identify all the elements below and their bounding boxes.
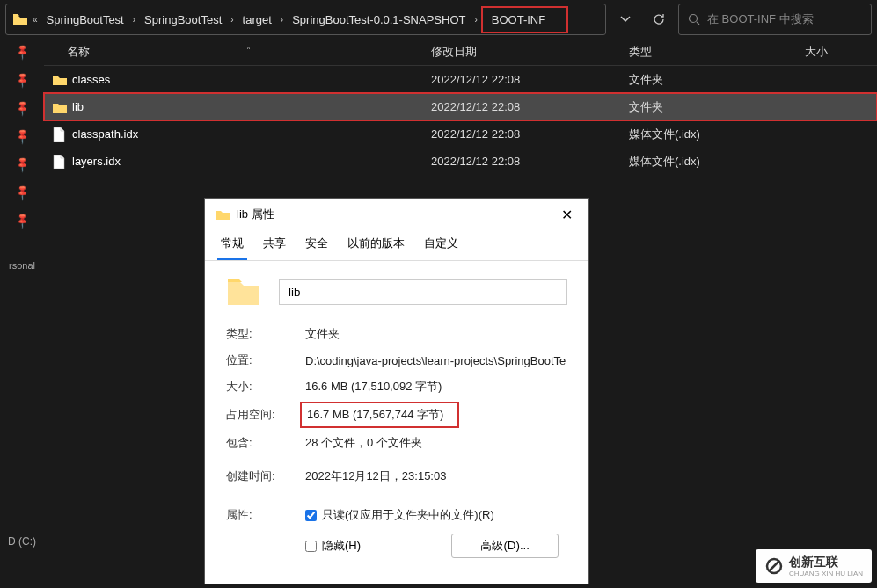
logo-icon: [764, 556, 784, 576]
folder-icon: [13, 14, 27, 25]
chevron-right-icon: ›: [229, 15, 235, 25]
column-header-type[interactable]: 类型: [629, 44, 805, 60]
value-contains: 28 个文件，0 个文件夹: [305, 435, 567, 451]
file-date: 2022/12/12 22:08: [431, 127, 629, 141]
label-disk-size: 占用空间:: [226, 407, 305, 423]
file-type: 媒体文件(.idx): [629, 127, 805, 142]
breadcrumb-item-1[interactable]: SpringBootTest: [141, 11, 225, 28]
svg-point-0: [690, 15, 698, 23]
folder-icon: [53, 75, 72, 85]
properties-dialog: lib 属性 ✕ 常规 共享 安全 以前的版本 自定义 类型:文件夹 位置:D:…: [204, 198, 589, 584]
pin-icon[interactable]: 📌: [13, 184, 32, 202]
file-date: 2022/12/12 22:08: [431, 100, 629, 113]
column-header-size[interactable]: 大小: [805, 44, 877, 60]
tab-previous[interactable]: 以前的版本: [344, 232, 408, 260]
label-location: 位置:: [226, 352, 305, 368]
pin-icon[interactable]: 📌: [13, 212, 32, 230]
watermark-sub: CHUANG XIN HU LIAN: [789, 570, 863, 577]
file-name: classes: [72, 73, 431, 86]
refresh-button[interactable]: [645, 5, 673, 33]
folder-icon: [53, 102, 72, 113]
breadcrumb-ellipsis[interactable]: «: [31, 15, 40, 25]
search-input[interactable]: 在 BOOT-INF 中搜索: [678, 4, 872, 35]
label-size: 大小:: [226, 379, 305, 395]
pin-icon[interactable]: 📌: [13, 71, 32, 90]
search-placeholder: 在 BOOT-INF 中搜索: [707, 11, 814, 27]
file-name: layers.idx: [72, 155, 431, 168]
file-row[interactable]: classes2022/12/12 22:08文件夹: [44, 66, 877, 93]
breadcrumb-item-0[interactable]: SpringBootTest: [43, 11, 128, 28]
chevron-right-icon: ›: [131, 15, 137, 25]
breadcrumb-item-3[interactable]: SpringBootTest-0.0.1-SNAPSHOT: [289, 11, 469, 28]
file-name: lib: [72, 100, 431, 113]
file-type: 文件夹: [629, 72, 805, 88]
folder-name-input[interactable]: [279, 279, 567, 305]
navigation-rail: 📌 📌 📌 📌 📌 📌 📌 rsonal D (C:): [0, 39, 44, 583]
hidden-label: 隐藏(H): [322, 538, 361, 554]
pin-icon[interactable]: 📌: [13, 99, 32, 118]
value-type: 文件夹: [305, 326, 567, 342]
advanced-button[interactable]: 高级(D)...: [451, 534, 559, 558]
svg-line-3: [769, 561, 779, 571]
history-dropdown-button[interactable]: [611, 5, 639, 33]
label-contains: 包含:: [226, 435, 305, 451]
label-type: 类型:: [226, 326, 305, 342]
pin-icon[interactable]: 📌: [13, 156, 32, 174]
label-attributes: 属性:: [226, 507, 305, 523]
dialog-titlebar[interactable]: lib 属性 ✕: [205, 199, 588, 230]
svg-line-1: [697, 22, 699, 25]
search-icon: [688, 13, 700, 25]
pin-icon[interactable]: 📌: [13, 43, 32, 62]
tab-security[interactable]: 安全: [302, 232, 332, 260]
watermark-text: 创新互联: [789, 555, 838, 569]
folder-large-icon: [226, 277, 261, 307]
value-disk-size: 16.7 MB (17,567,744 字节): [305, 405, 567, 425]
breadcrumb-item-4[interactable]: BOOT-INF: [481, 6, 568, 33]
pin-icon[interactable]: 📌: [13, 127, 32, 146]
toolbar: « SpringBootTest › SpringBootTest › targ…: [0, 0, 877, 39]
sidebar-personal[interactable]: rsonal: [9, 260, 35, 271]
dialog-body: 类型:文件夹 位置:D:\coding\java-projects\learn-…: [205, 261, 588, 581]
file-icon: [53, 155, 72, 169]
tab-general[interactable]: 常规: [217, 232, 247, 260]
tab-custom[interactable]: 自定义: [420, 232, 462, 260]
readonly-label: 只读(仅应用于文件夹中的文件)(R): [322, 507, 494, 523]
value-location: D:\coding\java-projects\learn-projects\S…: [305, 354, 567, 367]
address-bar[interactable]: « SpringBootTest › SpringBootTest › targ…: [5, 4, 606, 35]
dialog-title-text: lib 属性: [237, 207, 274, 222]
file-icon: [53, 127, 72, 142]
file-date: 2022/12/12 22:08: [431, 155, 629, 168]
folder-icon: [216, 209, 230, 220]
file-row[interactable]: layers.idx2022/12/12 22:08媒体文件(.idx): [44, 148, 877, 175]
close-button[interactable]: ✕: [552, 203, 581, 227]
value-size: 16.6 MB (17,510,092 字节): [305, 379, 567, 395]
file-row[interactable]: classpath.idx2022/12/12 22:08媒体文件(.idx): [44, 120, 877, 148]
file-type: 媒体文件(.idx): [629, 154, 805, 170]
readonly-checkbox[interactable]: [305, 510, 317, 521]
sidebar-drive[interactable]: D (C:): [8, 535, 36, 548]
breadcrumb-item-2[interactable]: target: [239, 11, 275, 28]
file-name: classpath.idx: [72, 127, 431, 141]
dialog-tabs: 常规 共享 安全 以前的版本 自定义: [205, 230, 588, 261]
column-headers: 名称 修改日期 类型 大小: [44, 39, 877, 66]
chevron-right-icon: ›: [472, 15, 479, 25]
file-row[interactable]: lib2022/12/12 22:08文件夹: [44, 93, 877, 120]
tab-share[interactable]: 共享: [259, 232, 289, 260]
column-header-modified[interactable]: 修改日期: [431, 44, 629, 60]
watermark: 创新互联 CHUANG XIN HU LIAN: [756, 549, 872, 583]
hidden-checkbox[interactable]: [305, 541, 317, 552]
file-type: 文件夹: [629, 99, 805, 115]
file-date: 2022/12/12 22:08: [431, 73, 629, 86]
label-created: 创建时间:: [226, 468, 305, 484]
chevron-right-icon: ›: [279, 15, 285, 25]
value-created: 2022年12月12日，23:15:03: [305, 468, 567, 484]
column-header-name[interactable]: 名称: [44, 44, 431, 60]
